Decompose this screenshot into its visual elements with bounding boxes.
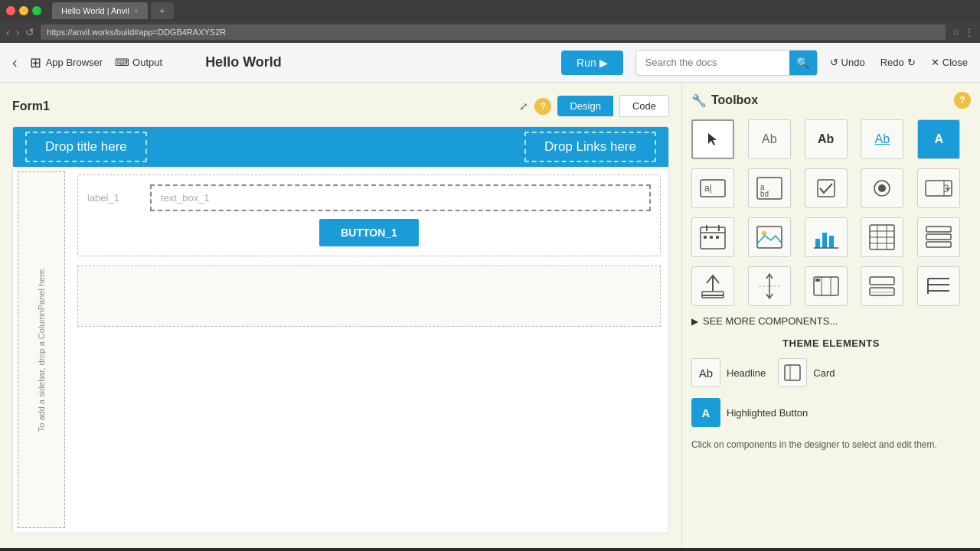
expand-icon[interactable]: ⤢ [519,100,528,112]
expand-dot[interactable] [32,6,41,15]
svg-rect-19 [815,239,820,248]
card-icon-svg [784,364,801,381]
tab-bar: Hello World | Anvil × + [52,2,174,19]
svg-rect-29 [926,227,951,232]
tool-pointer[interactable] [691,119,734,159]
sidebar-drop-text: To add a sidebar, drop a ColumnPanel her… [37,267,46,432]
tool-button[interactable]: A [917,119,960,159]
address-input[interactable] [41,24,946,40]
tool-textbox[interactable]: a| [691,168,734,208]
image-tool-icon [756,223,783,251]
close-dot[interactable] [6,6,15,15]
tab-code-button[interactable]: Code [619,95,669,117]
designer-controls: ⤢ ? Design Code [519,95,669,117]
button-1[interactable]: BUTTON_1 [319,219,419,246]
tool-chart[interactable] [805,217,848,257]
search-input[interactable] [636,57,789,68]
label-1[interactable]: label_1 [87,192,141,204]
sidebar-drop-zone[interactable]: To add a sidebar, drop a ColumnPanel her… [18,171,65,528]
tool-file-loader[interactable] [691,266,734,306]
tab-hello-world[interactable]: Hello World | Anvil × [52,2,148,19]
tool-list-panel[interactable] [917,266,960,306]
designer-header: Form1 ⤢ ? Design Code [12,95,669,117]
tool-grid-row1: Ab Ab Ab A [691,119,971,159]
bookmark-icon[interactable]: ☆ [952,27,960,37]
header-actions: ↺ Undo Redo ↻ ✕ Close [830,57,968,68]
undo-icon: ↺ [830,57,838,68]
card-label: Card [813,367,835,379]
theme-headline[interactable]: Ab Headline [691,358,766,387]
theme-highlighted-button[interactable]: A Highlighted Button [691,398,808,427]
tool-flow-panel[interactable] [861,266,903,306]
form-panel: label_1 text_box_1 BUTTON_1 [77,174,661,256]
textbox-1[interactable]: text_box_1 [150,184,651,211]
designer-help-icon[interactable]: ? [534,98,551,115]
close-button[interactable]: ✕ Close [931,57,968,68]
tool-image[interactable] [748,217,791,257]
output-button[interactable]: ⌨ Output [115,57,162,68]
tab-design-button[interactable]: Design [557,96,612,116]
back-button[interactable]: ‹ [12,54,18,71]
toolbox-header: 🔧 Toolbox ? [691,92,971,109]
see-more-components[interactable]: ▶ SEE MORE COMPONENTS... [691,315,971,327]
tool-label[interactable]: Ab [748,119,791,159]
tab-close-icon[interactable]: × [134,7,139,15]
data-grid-tool-icon [868,223,896,251]
tool-underline-link[interactable]: Ab [861,119,903,159]
back-nav-btn[interactable]: ‹ [6,26,10,38]
address-bar: ‹ › ↺ ☆ ⋮ [0,21,980,43]
drop-column-zone[interactable] [77,266,661,327]
svg-text:a|: a| [704,183,712,194]
tool-link[interactable]: Ab [805,119,848,159]
undo-button[interactable]: ↺ Undo [830,57,865,68]
headline-icon-text: Ab [699,367,713,380]
dropdown-tool-icon [924,178,953,199]
canvas-navbar: Drop title here Drop Links here [13,127,668,167]
new-tab-btn[interactable]: + [151,2,174,19]
tool-column-panel[interactable] [805,266,848,306]
svg-rect-39 [815,279,820,282]
tool-dropdown[interactable] [917,168,960,208]
svg-rect-21 [829,236,834,248]
app-browser-button[interactable]: ⊞ App Browser [30,54,103,71]
refresh-btn[interactable]: ↺ [25,26,34,38]
close-icon: ✕ [931,57,939,68]
browser-actions: ☆ ⋮ [952,27,974,37]
svg-rect-30 [926,234,951,240]
forward-nav-btn[interactable]: › [16,26,20,38]
drop-title-area[interactable]: Drop title here [25,132,147,162]
see-more-arrow-icon: ▶ [691,316,698,327]
tool-grid-row3 [691,217,971,257]
search-submit-button[interactable]: 🔍 [789,50,817,76]
run-button[interactable]: Run ▶ [561,51,623,75]
tool-checkbox[interactable] [805,168,848,208]
tool-spacer[interactable] [748,266,791,306]
svg-rect-17 [757,227,782,248]
datepicker-tool-icon [699,223,727,251]
undo-label: Undo [841,57,865,68]
search-icon: 🔍 [796,57,809,69]
theme-elements-title: THEME ELEMENTS [691,337,971,349]
textarea-tool-icon: a bd [755,174,784,203]
svg-point-18 [762,231,766,236]
tool-datepicker[interactable] [691,217,734,257]
tool-textarea[interactable]: a bd [748,168,791,208]
redo-button[interactable]: Redo ↻ [880,57,916,68]
settings-icon[interactable]: ⋮ [965,27,974,37]
svg-rect-41 [870,288,894,295]
tool-repeating-panel[interactable] [917,217,960,257]
redo-label: Redo [880,57,904,68]
theme-card[interactable]: Card [778,358,835,387]
tool-radio[interactable] [861,168,903,208]
toolbox-footer: Click on components in the designer to s… [691,438,971,452]
tool-grid-row4 [691,266,971,306]
pointer-icon [705,132,720,147]
see-more-label: SEE MORE COMPONENTS... [703,315,838,327]
drop-links-area[interactable]: Drop Links here [524,132,656,162]
toolbox-help-icon[interactable]: ? [954,92,971,109]
browser-chrome: Hello World | Anvil × + [0,0,980,21]
terminal-icon: ⌨ [115,57,129,68]
tool-data-grid[interactable] [861,217,903,257]
minimize-dot[interactable] [19,6,28,15]
design-canvas: Drop title here Drop Links here To add a… [12,126,669,533]
